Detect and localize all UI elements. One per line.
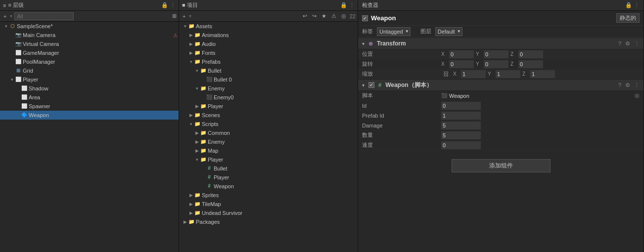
tree-item-grid[interactable]: ⊞ Grid xyxy=(0,66,179,75)
transform-component-header[interactable]: ▾ ⊕ Transform ? ⚙ ⋮ xyxy=(358,38,644,49)
more-options-icon[interactable]: ⋮ xyxy=(634,82,640,88)
tree-item-enemy-scripts[interactable]: ▶ 📁 Enemy xyxy=(179,137,358,146)
folder-icon: 📁 xyxy=(200,138,207,145)
assets-label: Assets xyxy=(196,23,212,29)
packages-label: Packages xyxy=(196,219,220,225)
expand-arrow: ▶ xyxy=(182,219,188,224)
tree-item-player-script[interactable]: # Player xyxy=(179,173,358,182)
tree-item-bullet0[interactable]: ⬛ Bullet 0 xyxy=(179,75,358,84)
tree-item-samplescene[interactable]: ▾ ⬡ SampleScene* xyxy=(0,22,179,31)
rotation-y-input[interactable] xyxy=(484,60,508,68)
forward-button[interactable]: ↪ xyxy=(311,12,318,20)
speed-input[interactable] xyxy=(441,141,481,149)
expand-arrow: ▶ xyxy=(194,130,200,135)
folder-icon: 📁 xyxy=(194,112,201,119)
tag-dropdown[interactable]: Untagged ▼ xyxy=(377,27,411,36)
rotation-label: 旋转 xyxy=(362,60,441,68)
position-y-input[interactable] xyxy=(484,50,508,58)
tree-item-virtual-camera[interactable]: 📷 Virtual Camera xyxy=(0,40,179,48)
tree-item-undead[interactable]: ▶ 📁 Undead Survivor xyxy=(179,209,358,217)
tree-item-audio[interactable]: ▶ 📁 Audio xyxy=(179,40,358,48)
tree-item-sprites[interactable]: ▶ 📁 Sprites xyxy=(179,191,358,200)
rotation-x-input[interactable] xyxy=(449,60,474,68)
tree-item-scenes[interactable]: ▶ 📁 Scenes xyxy=(179,111,358,120)
id-input[interactable] xyxy=(441,102,481,110)
static-button[interactable]: 静态的 xyxy=(616,13,640,23)
add-project-button[interactable]: + xyxy=(181,13,187,20)
enemy-folder-label: Enemy xyxy=(208,85,225,91)
scale-x-input[interactable] xyxy=(461,70,486,78)
tree-item-weapon[interactable]: 🔷 Weapon xyxy=(0,111,179,120)
tree-item-weapon-script[interactable]: # Weapon xyxy=(179,182,358,191)
expand-arrow: ▶ xyxy=(194,148,200,153)
expand-arrow: ▾ xyxy=(194,157,200,162)
warn-button[interactable]: ⚠ xyxy=(330,12,338,20)
scale-z-input[interactable] xyxy=(530,70,555,78)
add-hierarchy-button[interactable]: + xyxy=(2,13,8,20)
help-icon[interactable]: ? xyxy=(618,41,621,46)
tree-item-map[interactable]: ▶ 📁 Map xyxy=(179,146,358,155)
separator: ▾ xyxy=(10,13,12,19)
tree-item-bullet-folder[interactable]: ▾ 📁 Bullet xyxy=(179,66,358,75)
add-component-button[interactable]: 添加组件 xyxy=(452,159,551,172)
folder-icon: 📁 xyxy=(194,192,201,199)
tree-item-common[interactable]: ▶ 📁 Common xyxy=(179,128,358,137)
expand-arrow: ▾ xyxy=(194,86,200,91)
expand-arrow: ▶ xyxy=(194,104,200,109)
tree-item-player-prefab-folder[interactable]: ▶ 📁 Player xyxy=(179,102,358,111)
settings-icon[interactable]: ⚙ xyxy=(625,41,630,47)
tree-item-prefabs[interactable]: ▾ 📁 Prefabs xyxy=(179,57,358,66)
eye-button[interactable]: ◎ xyxy=(340,12,348,20)
tree-item-packages[interactable]: ▶ 📁 Packages xyxy=(179,217,358,226)
tree-item-enemy-folder[interactable]: ▾ 📁 Enemy xyxy=(179,84,358,93)
prefab-id-input[interactable] xyxy=(441,112,481,120)
player-prefab-folder-label: Player xyxy=(208,103,223,109)
tree-item-poolmanager[interactable]: ⬜ PoolManager xyxy=(0,57,179,66)
quantity-input[interactable] xyxy=(441,131,481,139)
more-options-icon[interactable]: ⋮ xyxy=(634,41,640,47)
tree-item-bullet-script[interactable]: # Bullet xyxy=(179,164,358,173)
weapon-script-component-header[interactable]: ▾ ✓ # Weapon（脚本） ? ⚙ ⋮ xyxy=(358,79,644,91)
tree-item-player[interactable]: ▾ ⬜ Player xyxy=(0,75,179,84)
tree-item-spawner[interactable]: ⬜ Spawner xyxy=(0,102,179,111)
active-checkbox[interactable]: ✓ xyxy=(362,15,368,21)
tree-item-enemy0[interactable]: ⬛ Enemy0 xyxy=(179,93,358,102)
weapon-script-label: Weapon xyxy=(214,183,234,189)
y-axis-label: Y xyxy=(476,61,482,67)
inspector-content: ▾ ⊕ Transform ? ⚙ ⋮ 位置 X Y Z xyxy=(358,38,644,252)
target-icon[interactable]: ◎ xyxy=(635,92,640,99)
virtual-camera-label: Virtual Camera xyxy=(23,41,59,47)
position-z-input[interactable] xyxy=(518,50,543,58)
settings-icon[interactable]: ⚙ xyxy=(625,82,630,88)
position-x-input[interactable] xyxy=(449,50,474,58)
tree-item-main-camera[interactable]: 📷 Main Camera ⚠ xyxy=(0,31,179,40)
tree-item-player-scripts[interactable]: ▾ 📁 Player xyxy=(179,155,358,164)
damage-input[interactable] xyxy=(441,122,481,129)
rotation-z-input[interactable] xyxy=(518,60,543,68)
tree-item-area[interactable]: ⬜ Area xyxy=(0,93,179,102)
id-row: Id xyxy=(358,101,644,111)
inspector-title-label: 检查器 xyxy=(362,1,378,9)
quantity-row: 数量 xyxy=(358,130,644,140)
back-button[interactable]: ↩ xyxy=(301,12,309,20)
tree-item-scripts[interactable]: ▾ 📁 Scripts xyxy=(179,120,358,128)
tree-item-assets[interactable]: ▾ 📁 Assets xyxy=(179,22,358,31)
scale-y-input[interactable] xyxy=(496,70,520,78)
help-icon[interactable]: ? xyxy=(618,82,621,88)
tree-item-fonts[interactable]: ▶ 📁 Fonts xyxy=(179,48,358,57)
tree-item-tilemap[interactable]: ▶ 📁 TileMap xyxy=(179,200,358,209)
z-axis-label: Z xyxy=(510,51,516,57)
scale-values: ⛓ X Y Z xyxy=(441,70,640,78)
folder-icon: 📁 xyxy=(194,201,201,208)
hierarchy-search-input[interactable] xyxy=(14,12,74,20)
tree-item-animations[interactable]: ▶ 📁 Animations xyxy=(179,31,358,40)
weapon-active-checkbox[interactable]: ✓ xyxy=(368,82,374,88)
tree-item-gamemanager[interactable]: ⬜ GameManager xyxy=(0,48,179,57)
tree-item-shadow[interactable]: ⬜ Shadow xyxy=(0,84,179,93)
sprites-label: Sprites xyxy=(202,192,219,198)
layer-dropdown[interactable]: Default ▼ xyxy=(435,27,462,36)
project-header: ■ 项目 🔒 ⋮ xyxy=(179,0,358,11)
camera-icon: 📷 xyxy=(15,41,22,47)
y-axis-label: Y xyxy=(476,51,482,57)
star-button[interactable]: ★ xyxy=(320,12,328,20)
